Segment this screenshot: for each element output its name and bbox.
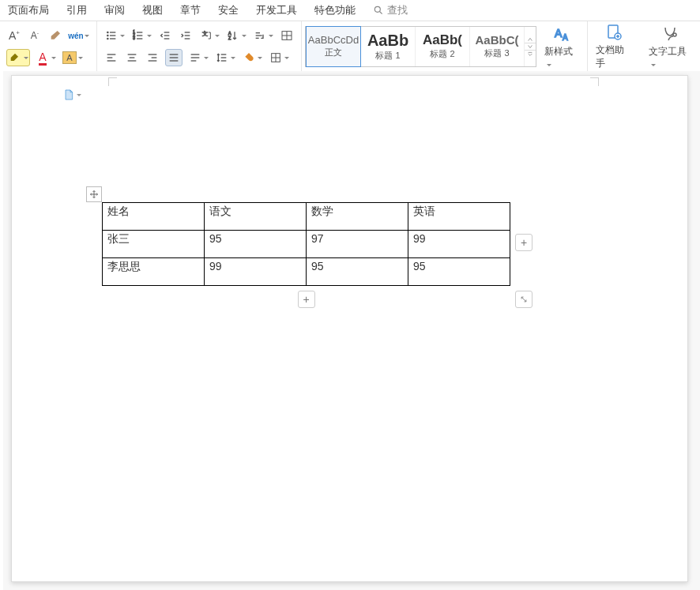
search-icon — [373, 5, 384, 16]
table-cell[interactable]: 95 — [307, 258, 408, 286]
svg-text:3: 3 — [133, 36, 135, 40]
menu-review[interactable]: 审阅 — [104, 3, 125, 17]
table-cell[interactable]: 张三 — [103, 231, 205, 258]
menu-bar: 页面布局 引用 审阅 视图 章节 安全 开发工具 特色功能 查找 — [0, 0, 700, 21]
distribute-icon[interactable] — [187, 50, 209, 66]
table-cell[interactable]: 97 — [307, 231, 408, 258]
search-label: 查找 — [387, 3, 408, 17]
doc-helper-icon — [604, 23, 623, 42]
table-cell[interactable]: 英语 — [408, 203, 510, 231]
table-cell[interactable]: 语文 — [205, 203, 307, 231]
page-options-icon[interactable] — [62, 88, 81, 101]
table-cell[interactable]: 数学 — [307, 203, 408, 231]
group-paragraph: 123 文 AZ — [97, 21, 302, 72]
style-gallery[interactable]: AaBbCcDd 正文 AaBb 标题 1 AaBb( 标题 2 AaBbC( … — [305, 26, 536, 67]
svg-point-6 — [107, 38, 108, 39]
font-color-icon[interactable]: A — [35, 50, 57, 66]
table-row[interactable]: 姓名 语文 数学 英语 — [103, 203, 510, 231]
shading-icon[interactable] — [241, 50, 263, 66]
svg-point-2 — [107, 32, 108, 32]
table-cell[interactable]: 姓名 — [103, 203, 205, 231]
style-sample: AaBbCcDd — [308, 35, 359, 45]
style-h2[interactable]: AaBb( 标题 2 — [416, 27, 470, 66]
decrease-indent-icon[interactable] — [157, 28, 173, 43]
svg-text:A: A — [555, 27, 563, 39]
menu-pagelayout[interactable]: 页面布局 — [8, 3, 49, 17]
menu-devtools[interactable]: 开发工具 — [256, 3, 297, 17]
gallery-up-icon[interactable] — [525, 36, 536, 43]
menu-security[interactable]: 安全 — [218, 3, 239, 17]
document-canvas[interactable]: 姓名 语文 数学 英语 张三 95 97 99 李思思 99 95 95 — [0, 71, 700, 590]
style-label: 标题 2 — [430, 48, 454, 60]
clear-format-icon[interactable] — [47, 28, 63, 43]
menu-reference[interactable]: 引用 — [66, 3, 87, 17]
increase-font-icon[interactable]: A+ — [6, 28, 22, 43]
doc-helper-label: 文档助手 — [596, 43, 633, 70]
new-style-button[interactable]: AA 新样式 — [536, 21, 587, 72]
highlight-icon[interactable] — [6, 49, 30, 66]
sort-icon[interactable]: AZ — [225, 28, 247, 43]
menu-chapter[interactable]: 章节 — [180, 3, 201, 17]
style-label: 标题 3 — [484, 47, 509, 59]
align-center-icon[interactable] — [124, 50, 140, 66]
text-tool-icon — [660, 24, 679, 43]
insert-table-icon[interactable] — [279, 28, 295, 43]
doc-helper-button[interactable]: 文档助手 — [588, 21, 641, 72]
svg-text:Z: Z — [228, 36, 231, 40]
menu-specials[interactable]: 特色功能 — [314, 3, 356, 17]
document-page[interactable]: 姓名 语文 数学 英语 张三 95 97 99 李思思 99 95 95 — [11, 75, 688, 582]
style-sample: AaBb — [367, 32, 408, 48]
table-resize-handle[interactable] — [515, 291, 533, 308]
numbering-icon[interactable]: 123 — [130, 28, 152, 43]
pinyin-icon[interactable]: wén — [68, 28, 90, 43]
svg-text:A: A — [228, 31, 231, 36]
svg-line-60 — [521, 297, 526, 302]
bullets-icon[interactable] — [103, 28, 126, 43]
increase-indent-icon[interactable] — [178, 28, 194, 43]
menu-view[interactable]: 视图 — [142, 3, 163, 17]
svg-point-0 — [374, 6, 380, 12]
align-left-icon[interactable] — [103, 50, 119, 66]
new-style-label: 新样式 — [544, 45, 579, 70]
svg-point-4 — [107, 35, 108, 36]
margin-mark-tl — [108, 77, 117, 86]
svg-point-57 — [673, 33, 676, 36]
gallery-scroll[interactable] — [525, 36, 536, 57]
char-shading-icon[interactable]: A — [62, 50, 84, 66]
table-add-row-button[interactable]: + — [298, 291, 315, 308]
table-cell[interactable]: 95 — [205, 231, 307, 258]
table-cell[interactable]: 李思思 — [103, 258, 205, 286]
align-right-icon[interactable] — [145, 50, 160, 66]
style-h1[interactable]: AaBb 标题 1 — [361, 27, 416, 66]
text-tool-button[interactable]: 文字工具 — [641, 21, 700, 72]
table-add-column-button[interactable]: + — [515, 234, 533, 251]
style-label: 正文 — [325, 47, 342, 58]
style-h3[interactable]: AaBbC( 标题 3 — [470, 27, 525, 66]
toolbar: A+ A- wén A A 123 文 AZ — [0, 21, 700, 73]
svg-text:文: 文 — [202, 30, 208, 37]
table-cell[interactable]: 99 — [205, 258, 307, 286]
svg-text:A: A — [563, 33, 568, 42]
table-cell[interactable]: 95 — [408, 258, 510, 286]
gallery-expand-icon[interactable] — [525, 51, 536, 57]
align-justify-icon[interactable] — [165, 49, 183, 66]
data-table[interactable]: 姓名 语文 数学 英语 张三 95 97 99 李思思 99 95 95 — [102, 202, 510, 286]
text-tool-label: 文字工具 — [649, 45, 692, 70]
gallery-down-icon[interactable] — [525, 43, 536, 51]
style-normal[interactable]: AaBbCcDd 正文 — [306, 26, 361, 67]
table-move-handle[interactable] — [86, 186, 102, 202]
line-spacing-icon[interactable] — [214, 50, 236, 66]
borders-icon[interactable] — [268, 50, 290, 66]
paragraph-marks-icon[interactable] — [252, 28, 274, 43]
text-direction-icon[interactable]: 文 — [198, 28, 220, 43]
search-box[interactable]: 查找 — [373, 3, 408, 17]
style-label: 标题 1 — [375, 50, 400, 62]
style-sample: AaBb( — [423, 33, 462, 47]
table-row[interactable]: 李思思 99 95 95 — [103, 258, 510, 286]
decrease-font-icon[interactable]: A- — [27, 28, 43, 43]
margin-mark-tr — [590, 77, 599, 86]
table-row[interactable]: 张三 95 97 99 — [103, 231, 510, 258]
svg-line-1 — [380, 12, 382, 14]
group-font: A+ A- wén A A — [0, 21, 97, 72]
table-cell[interactable]: 99 — [408, 231, 510, 258]
